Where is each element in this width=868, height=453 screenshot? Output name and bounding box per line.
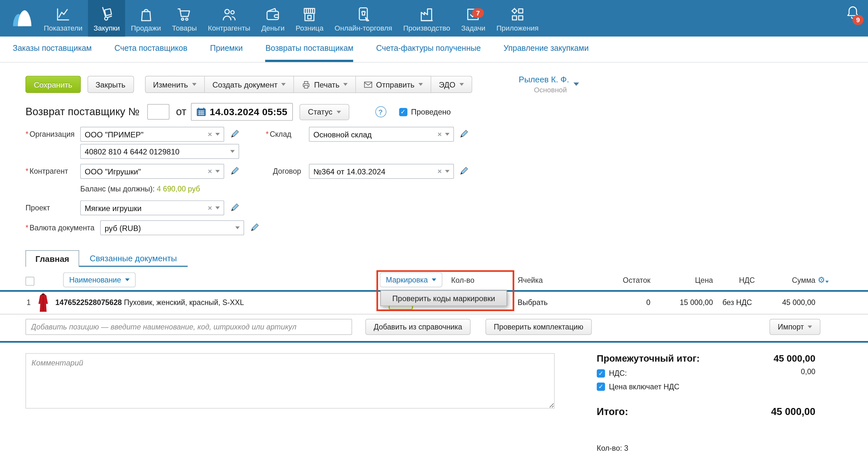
price-includes-vat-label: Цена включает НДС bbox=[609, 382, 679, 391]
column-header-marking[interactable]: Маркировка bbox=[380, 272, 442, 287]
product-name-cell: 1476522528075628 Пуховик, женский, красн… bbox=[55, 298, 244, 307]
total-label: Итого: bbox=[597, 406, 628, 417]
vat-value: 0,00 bbox=[801, 368, 815, 376]
column-header-vat: НДС bbox=[739, 276, 755, 285]
app-logo[interactable] bbox=[0, 0, 38, 37]
user-name: Рылеев К. Ф. bbox=[519, 74, 569, 84]
nav-item-prilozheniya[interactable]: Приложения bbox=[491, 0, 544, 37]
totals-block: Промежуточный итог: 45 000,00 ✓ НДС: 0,0… bbox=[597, 353, 815, 452]
subnav-zakazy-postavshchikam[interactable]: Заказы поставщикам bbox=[13, 37, 92, 62]
import-button[interactable]: Импорт bbox=[770, 319, 821, 335]
tab-glavnaya[interactable]: Главная bbox=[25, 250, 79, 267]
close-button[interactable]: Закрыть bbox=[87, 76, 133, 93]
help-icon[interactable]: ? bbox=[375, 106, 386, 117]
clear-icon[interactable]: × bbox=[438, 167, 442, 176]
nav-item-dengi[interactable]: Деньги bbox=[256, 0, 290, 37]
comment-textarea[interactable] bbox=[25, 353, 555, 409]
select-all-checkbox[interactable] bbox=[25, 277, 34, 286]
org-field[interactable]: ООО "ПРИМЕР" × bbox=[80, 127, 224, 142]
edit-button[interactable]: Изменить bbox=[145, 76, 205, 93]
chevron-down-icon bbox=[432, 278, 436, 281]
save-button[interactable]: Сохранить bbox=[25, 76, 81, 93]
add-from-catalog-button[interactable]: Добавить из справочника bbox=[366, 319, 471, 335]
print-button[interactable]: Печать bbox=[294, 76, 356, 93]
nav-item-pokazateli[interactable]: Показатели bbox=[38, 0, 88, 37]
price-includes-vat-checkbox[interactable]: ✓ bbox=[597, 382, 605, 391]
factory-icon bbox=[418, 5, 435, 23]
subnav-upravlenie-zakupkami[interactable]: Управление закупками bbox=[503, 37, 589, 62]
chevron-down-icon bbox=[235, 227, 240, 230]
kontragent-field[interactable]: ООО "Игрушки" × bbox=[80, 164, 224, 179]
nav-item-online-torgovlya[interactable]: Онлайн-торговля bbox=[329, 0, 398, 37]
edit-pencil-icon[interactable] bbox=[230, 166, 240, 178]
edit-pencil-icon[interactable] bbox=[230, 203, 240, 214]
vat-cell[interactable]: без НДС bbox=[722, 298, 752, 307]
subnav-schyota-faktury[interactable]: Счета-фактуры полученные bbox=[376, 37, 480, 62]
envelope-icon bbox=[364, 81, 373, 88]
user-role: Основной bbox=[446, 86, 579, 94]
wallet-icon bbox=[265, 5, 281, 23]
chevron-down-icon bbox=[215, 207, 220, 209]
nav-item-prodazhi[interactable]: Продажи bbox=[125, 0, 167, 37]
cell-select-link[interactable]: Выбрать bbox=[518, 298, 548, 307]
add-position-input[interactable] bbox=[25, 319, 352, 335]
apps-icon bbox=[509, 5, 526, 23]
edit-pencil-icon[interactable] bbox=[230, 129, 240, 141]
column-header-name[interactable]: Наименование bbox=[63, 272, 135, 287]
subtotal-value: 45 000,00 bbox=[773, 353, 815, 364]
document-header: Возврат поставщику № от 14.03.2024 05:55… bbox=[25, 102, 843, 121]
check-bundle-button[interactable]: Проверить комплектацию bbox=[486, 319, 592, 335]
create-document-button[interactable]: Создать документ bbox=[205, 76, 294, 93]
page-title: Возврат поставщику № bbox=[25, 106, 139, 118]
kontragent-label: *Контрагент bbox=[25, 167, 68, 176]
project-field[interactable]: Мягкие игрушки × bbox=[80, 201, 224, 215]
document-number-input[interactable] bbox=[147, 104, 169, 119]
currency-select[interactable]: руб (RUB) bbox=[100, 220, 244, 235]
clear-icon[interactable]: × bbox=[208, 130, 212, 138]
edit-pencil-icon[interactable] bbox=[459, 129, 469, 141]
nav-item-tovary[interactable]: Товары bbox=[166, 0, 202, 37]
provedeno-checkbox[interactable]: ✓ bbox=[399, 108, 407, 116]
nav-item-roznitsa[interactable]: Розница bbox=[290, 0, 329, 37]
nav-item-kontragenty[interactable]: Контрагенты bbox=[203, 0, 256, 37]
qty-total: Кол-во: 3 bbox=[597, 444, 815, 452]
column-header-stock: Остаток bbox=[586, 276, 650, 285]
subnav-vozvraty-postavshchikam[interactable]: Возвраты поставщикам bbox=[266, 37, 353, 62]
chevron-down-icon bbox=[418, 83, 423, 86]
sklad-field[interactable]: Основной склад × bbox=[309, 127, 454, 142]
send-button[interactable]: Отправить bbox=[356, 76, 431, 93]
column-header-qty: Кол-во bbox=[451, 276, 474, 285]
document-date-input[interactable]: 14.03.2024 05:55 bbox=[191, 103, 293, 121]
clear-icon[interactable]: × bbox=[208, 167, 212, 176]
dogovor-field[interactable]: №364 от 14.03.2024 × bbox=[309, 164, 454, 179]
project-label: Проект bbox=[25, 204, 50, 212]
storefront-icon bbox=[301, 5, 318, 23]
tab-svyazannye-dokumenty[interactable]: Связанные документы bbox=[79, 250, 188, 267]
status-button[interactable]: Статус bbox=[300, 104, 349, 120]
subnav-priemki[interactable]: Приемки bbox=[210, 37, 243, 62]
clear-icon[interactable]: × bbox=[438, 130, 442, 138]
marking-menu-item-check-codes[interactable]: Проверить коды маркировки bbox=[380, 290, 507, 306]
nav-item-proizvodstvo[interactable]: Производство bbox=[398, 0, 456, 37]
price-cell[interactable]: 15 000,00 bbox=[658, 298, 713, 307]
sklad-label: *Склад bbox=[266, 130, 291, 138]
bank-account-select[interactable]: 40802 810 4 6442 0129810 bbox=[80, 144, 239, 159]
calendar-icon bbox=[196, 108, 206, 117]
table-bottom-divider bbox=[0, 341, 868, 343]
edit-pencil-icon[interactable] bbox=[250, 223, 260, 234]
nav-item-zakupki[interactable]: Закупки bbox=[88, 0, 125, 37]
edit-pencil-icon[interactable] bbox=[459, 166, 469, 178]
nav-item-zadachi[interactable]: 7 Задачи bbox=[456, 0, 491, 37]
chevron-down-icon bbox=[574, 82, 579, 86]
subnav-scheta-postavshchikov[interactable]: Счета поставщиков bbox=[115, 37, 188, 62]
clear-icon[interactable]: × bbox=[208, 204, 212, 212]
user-selector[interactable]: Рылеев К. Ф. Основной bbox=[446, 74, 579, 94]
vat-checkbox[interactable]: ✓ bbox=[597, 369, 605, 378]
column-settings-gear-icon[interactable]: ⚙ bbox=[817, 275, 829, 285]
notifications-bell-button[interactable]: 9 bbox=[845, 5, 860, 22]
chevron-down-icon bbox=[445, 133, 450, 136]
sum-cell: 45 000,00 bbox=[754, 298, 815, 307]
column-header-sum: Сумма bbox=[754, 276, 815, 285]
stock-cell: 0 bbox=[586, 298, 650, 307]
notifications-badge: 9 bbox=[852, 15, 864, 25]
